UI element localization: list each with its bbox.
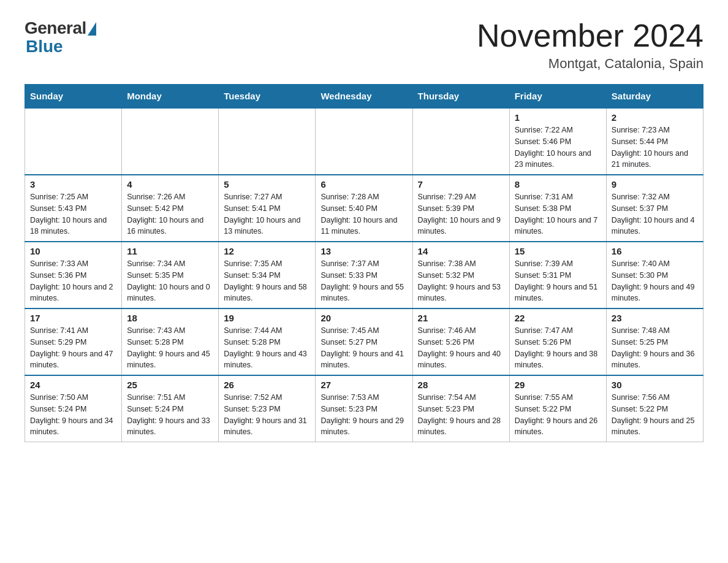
day-info: Sunrise: 7:27 AMSunset: 5:41 PMDaylight:… [224, 191, 310, 237]
logo-general-text: General [25, 18, 86, 38]
day-number: 7 [418, 179, 504, 190]
day-number: 3 [30, 179, 116, 190]
subtitle: Montgat, Catalonia, Spain [477, 56, 703, 72]
day-info: Sunrise: 7:43 AMSunset: 5:28 PMDaylight:… [127, 325, 213, 371]
logo: General Blue [25, 18, 96, 56]
calendar-day-cell: 27Sunrise: 7:53 AMSunset: 5:23 PMDayligh… [316, 375, 412, 442]
calendar-day-cell: 18Sunrise: 7:43 AMSunset: 5:28 PMDayligh… [122, 308, 219, 375]
calendar-day-cell: 30Sunrise: 7:56 AMSunset: 5:22 PMDayligh… [606, 375, 703, 442]
calendar-day-cell: 7Sunrise: 7:29 AMSunset: 5:39 PMDaylight… [412, 175, 509, 242]
day-number: 6 [320, 179, 407, 190]
title-block: November 2024 Montgat, Catalonia, Spain [477, 18, 703, 72]
calendar-day-cell: 14Sunrise: 7:38 AMSunset: 5:32 PMDayligh… [412, 242, 509, 308]
day-number: 22 [515, 313, 601, 323]
calendar-day-cell: 1Sunrise: 7:22 AMSunset: 5:46 PMDaylight… [509, 108, 606, 175]
calendar-day-cell: 15Sunrise: 7:39 AMSunset: 5:31 PMDayligh… [509, 242, 606, 308]
day-number: 11 [127, 246, 213, 256]
main-title: November 2024 [477, 18, 703, 53]
calendar-day-cell: 26Sunrise: 7:52 AMSunset: 5:23 PMDayligh… [219, 375, 316, 442]
calendar-day-cell: 25Sunrise: 7:51 AMSunset: 5:24 PMDayligh… [122, 375, 219, 442]
day-number: 14 [418, 246, 504, 256]
day-of-week-header: Sunday [25, 85, 122, 109]
day-info: Sunrise: 7:22 AMSunset: 5:46 PMDaylight:… [515, 124, 601, 170]
day-of-week-header: Tuesday [219, 85, 316, 109]
header: General Blue November 2024 Montgat, Cata… [25, 18, 703, 72]
calendar-day-cell: 2Sunrise: 7:23 AMSunset: 5:44 PMDaylight… [606, 108, 703, 175]
day-number: 4 [127, 179, 213, 190]
day-number: 23 [612, 313, 698, 323]
calendar-day-cell: 29Sunrise: 7:55 AMSunset: 5:22 PMDayligh… [509, 375, 606, 442]
calendar-day-cell: 20Sunrise: 7:45 AMSunset: 5:27 PMDayligh… [316, 308, 412, 375]
day-of-week-header: Thursday [412, 85, 509, 109]
calendar-day-cell: 19Sunrise: 7:44 AMSunset: 5:28 PMDayligh… [219, 308, 316, 375]
day-number: 5 [224, 179, 310, 190]
day-number: 10 [30, 246, 116, 256]
calendar-day-cell: 21Sunrise: 7:46 AMSunset: 5:26 PMDayligh… [412, 308, 509, 375]
day-info: Sunrise: 7:52 AMSunset: 5:23 PMDaylight:… [224, 392, 310, 438]
calendar-day-cell: 5Sunrise: 7:27 AMSunset: 5:41 PMDaylight… [219, 175, 316, 242]
calendar-day-cell: 13Sunrise: 7:37 AMSunset: 5:33 PMDayligh… [316, 242, 412, 308]
calendar-day-cell: 6Sunrise: 7:28 AMSunset: 5:40 PMDaylight… [316, 175, 412, 242]
calendar-day-cell [122, 108, 219, 175]
day-number: 24 [30, 380, 116, 390]
day-info: Sunrise: 7:39 AMSunset: 5:31 PMDaylight:… [515, 258, 601, 304]
day-number: 17 [30, 313, 116, 323]
day-info: Sunrise: 7:28 AMSunset: 5:40 PMDaylight:… [320, 191, 407, 237]
day-info: Sunrise: 7:51 AMSunset: 5:24 PMDaylight:… [127, 392, 213, 438]
day-of-week-header: Friday [509, 85, 606, 109]
calendar-week-row: 1Sunrise: 7:22 AMSunset: 5:46 PMDaylight… [25, 108, 703, 175]
day-number: 19 [224, 313, 310, 323]
day-of-week-header: Saturday [606, 85, 703, 109]
day-info: Sunrise: 7:44 AMSunset: 5:28 PMDaylight:… [224, 325, 310, 371]
day-info: Sunrise: 7:41 AMSunset: 5:29 PMDaylight:… [30, 325, 116, 371]
calendar-day-cell: 9Sunrise: 7:32 AMSunset: 5:37 PMDaylight… [606, 175, 703, 242]
calendar-day-cell: 3Sunrise: 7:25 AMSunset: 5:43 PMDaylight… [25, 175, 122, 242]
day-info: Sunrise: 7:47 AMSunset: 5:26 PMDaylight:… [515, 325, 601, 371]
day-number: 1 [515, 112, 601, 123]
day-info: Sunrise: 7:33 AMSunset: 5:36 PMDaylight:… [30, 258, 116, 304]
day-number: 20 [320, 313, 407, 323]
logo-triangle-icon [88, 22, 96, 36]
day-number: 29 [515, 380, 601, 390]
day-info: Sunrise: 7:35 AMSunset: 5:34 PMDaylight:… [224, 258, 310, 304]
day-number: 26 [224, 380, 310, 390]
day-of-week-header: Wednesday [316, 85, 412, 109]
calendar-day-cell: 24Sunrise: 7:50 AMSunset: 5:24 PMDayligh… [25, 375, 122, 442]
calendar-day-cell [316, 108, 412, 175]
calendar-header-row: SundayMondayTuesdayWednesdayThursdayFrid… [25, 85, 703, 109]
calendar-day-cell: 8Sunrise: 7:31 AMSunset: 5:38 PMDaylight… [509, 175, 606, 242]
day-info: Sunrise: 7:45 AMSunset: 5:27 PMDaylight:… [320, 325, 407, 371]
day-info: Sunrise: 7:31 AMSunset: 5:38 PMDaylight:… [515, 191, 601, 237]
calendar-day-cell: 11Sunrise: 7:34 AMSunset: 5:35 PMDayligh… [122, 242, 219, 308]
logo-blue-text: Blue [25, 37, 63, 56]
day-number: 27 [320, 380, 407, 390]
day-info: Sunrise: 7:55 AMSunset: 5:22 PMDaylight:… [515, 392, 601, 438]
day-number: 28 [418, 380, 504, 390]
day-info: Sunrise: 7:53 AMSunset: 5:23 PMDaylight:… [320, 392, 407, 438]
day-number: 15 [515, 246, 601, 256]
calendar-day-cell: 23Sunrise: 7:48 AMSunset: 5:25 PMDayligh… [606, 308, 703, 375]
calendar-day-cell: 17Sunrise: 7:41 AMSunset: 5:29 PMDayligh… [25, 308, 122, 375]
calendar-day-cell [412, 108, 509, 175]
calendar-day-cell: 10Sunrise: 7:33 AMSunset: 5:36 PMDayligh… [25, 242, 122, 308]
day-number: 2 [612, 112, 698, 123]
day-number: 12 [224, 246, 310, 256]
day-info: Sunrise: 7:48 AMSunset: 5:25 PMDaylight:… [612, 325, 698, 371]
day-number: 9 [612, 179, 698, 190]
day-of-week-header: Monday [122, 85, 219, 109]
calendar-day-cell [25, 108, 122, 175]
calendar-week-row: 3Sunrise: 7:25 AMSunset: 5:43 PMDaylight… [25, 175, 703, 242]
day-number: 18 [127, 313, 213, 323]
day-info: Sunrise: 7:50 AMSunset: 5:24 PMDaylight:… [30, 392, 116, 438]
day-info: Sunrise: 7:25 AMSunset: 5:43 PMDaylight:… [30, 191, 116, 237]
day-info: Sunrise: 7:34 AMSunset: 5:35 PMDaylight:… [127, 258, 213, 304]
day-number: 21 [418, 313, 504, 323]
day-info: Sunrise: 7:54 AMSunset: 5:23 PMDaylight:… [418, 392, 504, 438]
day-info: Sunrise: 7:46 AMSunset: 5:26 PMDaylight:… [418, 325, 504, 371]
day-info: Sunrise: 7:56 AMSunset: 5:22 PMDaylight:… [612, 392, 698, 438]
day-number: 13 [320, 246, 407, 256]
day-info: Sunrise: 7:40 AMSunset: 5:30 PMDaylight:… [612, 258, 698, 304]
day-info: Sunrise: 7:26 AMSunset: 5:42 PMDaylight:… [127, 191, 213, 237]
day-info: Sunrise: 7:32 AMSunset: 5:37 PMDaylight:… [612, 191, 698, 237]
calendar-day-cell: 4Sunrise: 7:26 AMSunset: 5:42 PMDaylight… [122, 175, 219, 242]
